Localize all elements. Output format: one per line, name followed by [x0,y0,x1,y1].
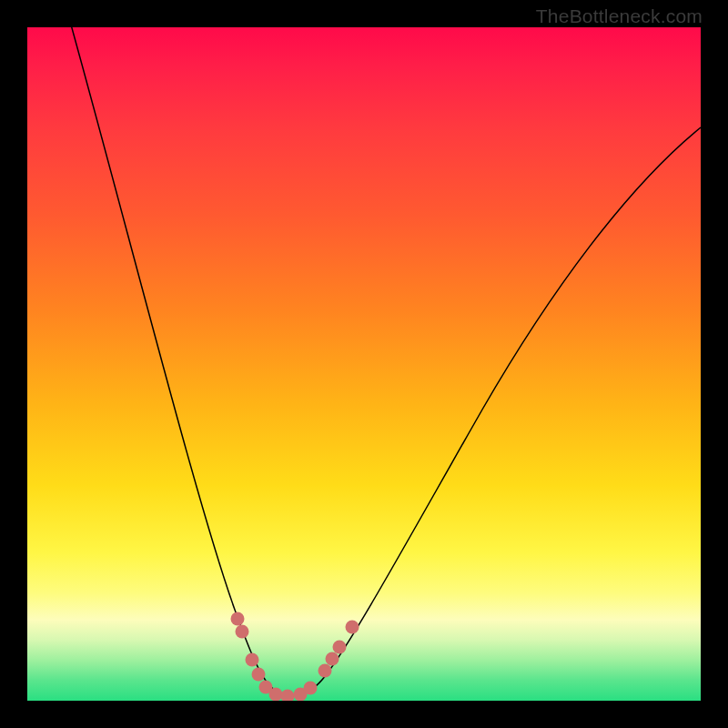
trough-dot [304,682,318,695]
trough-dot [231,612,245,626]
trough-dot [326,652,339,666]
trough-dot [246,653,259,667]
trough-dot [346,621,359,634]
chart-frame: TheBottleneck.com [0,0,728,728]
plot-area [27,27,701,701]
curve-left [69,27,293,695]
trough-dot [252,668,266,682]
watermark-text: TheBottleneck.com [536,5,703,27]
trough-dot [236,625,249,639]
trough-dot [318,664,332,678]
trough-dot [281,690,295,702]
trough-dot [333,641,347,654]
curve-right [293,127,701,695]
chart-svg [27,27,701,701]
trough-dot [269,688,283,702]
